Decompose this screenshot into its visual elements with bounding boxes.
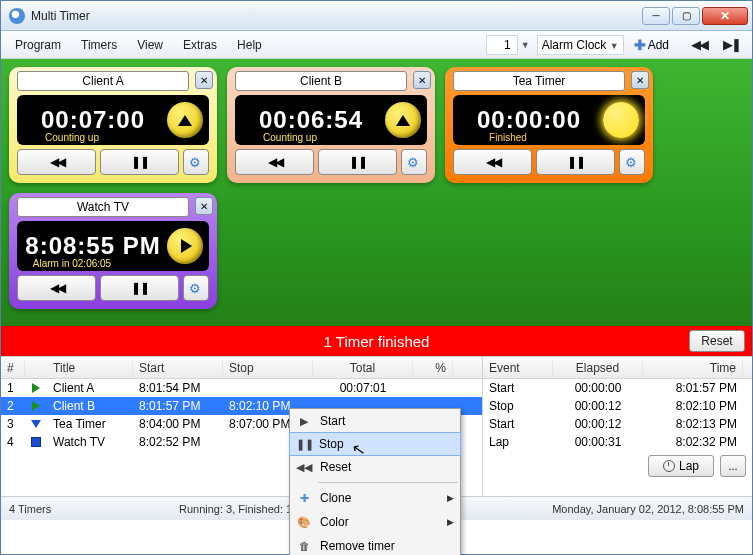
timer-rewind-button[interactable]: ◀◀: [235, 149, 314, 175]
play-icon: [31, 382, 41, 394]
timer-card: ✕ Client B 00:06:54 Counting up ◀◀ ❚❚ ⚙: [227, 67, 435, 183]
menu-item-label: Start: [320, 414, 345, 428]
events-footer: Lap ...: [483, 451, 752, 481]
table-row[interactable]: Stop 00:00:12 8:02:10 PM: [483, 397, 752, 415]
timer-title[interactable]: Client B: [235, 71, 407, 91]
finished-banner: 1 Timer finished Reset: [1, 326, 752, 356]
timer-main-button[interactable]: [603, 102, 639, 138]
menu-help[interactable]: Help: [227, 34, 272, 56]
down-icon: [31, 418, 41, 430]
timer-card: ✕ Tea Timer 00:00:00 Finished ◀◀ ❚❚ ⚙: [445, 67, 653, 183]
table-row[interactable]: Lap 00:00:31 8:02:32 PM: [483, 433, 752, 451]
timer-title[interactable]: Client A: [17, 71, 189, 91]
timer-rewind-button[interactable]: ◀◀: [17, 149, 96, 175]
menu-separator: [318, 482, 458, 483]
gear-icon: ⚙: [625, 155, 639, 169]
window-title: Multi Timer: [31, 9, 642, 23]
sound-select[interactable]: Alarm Clock ▼: [537, 35, 624, 55]
timer-subtext: Finished: [459, 132, 557, 143]
menu-item-icon: ◀◀: [296, 461, 312, 474]
col-index[interactable]: #: [1, 361, 25, 375]
events-table-header: Event Elapsed Time: [483, 357, 752, 379]
timer-settings-button[interactable]: ⚙: [401, 149, 427, 175]
gear-icon: ⚙: [189, 155, 203, 169]
menu-program[interactable]: Program: [5, 34, 71, 56]
reset-button[interactable]: Reset: [689, 330, 745, 352]
menu-item-label: Reset: [320, 460, 351, 474]
timer-subtext: Counting up: [23, 132, 121, 143]
timer-rewind-button[interactable]: ◀◀: [17, 275, 96, 301]
play-icon: [31, 400, 41, 412]
timer-pause-button[interactable]: ❚❚: [100, 275, 179, 301]
events-table: Event Elapsed Time Start 00:00:00 8:01:5…: [482, 357, 752, 496]
stop-icon: [31, 437, 41, 447]
timer-workspace: ✕ Client A 00:07:00 Counting up ◀◀ ❚❚ ⚙ …: [1, 59, 752, 326]
menu-item-icon: 🎨: [296, 516, 312, 529]
lap-button[interactable]: Lap: [648, 455, 714, 477]
timer-pause-button[interactable]: ❚❚: [100, 149, 179, 175]
timer-close-button[interactable]: ✕: [195, 71, 213, 89]
play-pause-button[interactable]: ▶❚: [715, 35, 748, 54]
timer-settings-button[interactable]: ⚙: [183, 149, 209, 175]
menu-item-icon: 🗑: [296, 540, 312, 552]
context-menu-item[interactable]: ▶ Start: [290, 409, 460, 433]
timer-subtext: Alarm in 02:06:05: [23, 258, 121, 269]
app-icon: [9, 8, 25, 24]
counter-dropdown-icon[interactable]: ▼: [518, 40, 533, 50]
timer-main-button[interactable]: [385, 102, 421, 138]
timer-pause-button[interactable]: ❚❚: [318, 149, 397, 175]
more-button[interactable]: ...: [720, 455, 746, 477]
timer-card: ✕ Client A 00:07:00 Counting up ◀◀ ❚❚ ⚙: [9, 67, 217, 183]
menu-item-icon: ❚❚: [296, 438, 312, 451]
table-row[interactable]: Start 00:00:00 8:01:57 PM: [483, 379, 752, 397]
context-menu-item[interactable]: 🎨 Color ▶: [290, 510, 460, 534]
timer-close-button[interactable]: ✕: [631, 71, 649, 89]
table-row[interactable]: 1 Client A 8:01:54 PM 00:07:01: [1, 379, 482, 397]
timer-digits: 00:00:00: [459, 106, 599, 134]
menu-item-icon: ✚: [296, 492, 312, 505]
timer-subtext: Counting up: [241, 132, 339, 143]
col-event[interactable]: Event: [483, 361, 553, 375]
timer-pause-button[interactable]: ❚❚: [536, 149, 615, 175]
context-menu-item[interactable]: ◀◀ Reset: [290, 455, 460, 479]
col-elapsed[interactable]: Elapsed: [553, 361, 643, 375]
close-button[interactable]: ✕: [702, 7, 748, 25]
timer-close-button[interactable]: ✕: [413, 71, 431, 89]
col-stop[interactable]: Stop: [223, 361, 313, 375]
menu-item-label: Color: [320, 515, 349, 529]
timer-main-button[interactable]: [167, 102, 203, 138]
context-menu-item[interactable]: 🗑 Remove timer: [290, 534, 460, 555]
timer-rewind-button[interactable]: ◀◀: [453, 149, 532, 175]
timer-settings-button[interactable]: ⚙: [183, 275, 209, 301]
timer-display: 8:08:55 PM Alarm in 02:06:05: [17, 221, 209, 271]
col-title[interactable]: Title: [47, 361, 133, 375]
timer-settings-button[interactable]: ⚙: [619, 149, 645, 175]
menu-item-label: Remove timer: [320, 539, 395, 553]
timer-close-button[interactable]: ✕: [195, 197, 213, 215]
col-time[interactable]: Time: [643, 361, 743, 375]
submenu-arrow-icon: ▶: [447, 517, 454, 527]
status-timer-count: 4 Timers: [9, 503, 179, 515]
titlebar: Multi Timer ─ ▢ ✕: [1, 1, 752, 31]
timer-title[interactable]: Tea Timer: [453, 71, 625, 91]
timer-title[interactable]: Watch TV: [17, 197, 189, 217]
menu-view[interactable]: View: [127, 34, 173, 56]
timer-digits: 00:06:54: [241, 106, 381, 134]
maximize-button[interactable]: ▢: [672, 7, 700, 25]
context-menu-item[interactable]: ✚ Clone ▶: [290, 486, 460, 510]
col-percent[interactable]: %: [413, 361, 453, 375]
menu-timers[interactable]: Timers: [71, 34, 127, 56]
rewind-button[interactable]: ◀◀: [683, 35, 715, 54]
counter-field[interactable]: 1: [486, 35, 518, 55]
menu-extras[interactable]: Extras: [173, 34, 227, 56]
col-start[interactable]: Start: [133, 361, 223, 375]
col-total[interactable]: Total: [313, 361, 413, 375]
minimize-button[interactable]: ─: [642, 7, 670, 25]
timers-table-header: # Title Start Stop Total %: [1, 357, 482, 379]
add-button[interactable]: Add: [648, 38, 669, 52]
timer-display: 00:00:00 Finished: [453, 95, 645, 145]
menu-item-label: Clone: [320, 491, 351, 505]
context-menu-item[interactable]: ❚❚ Stop: [289, 432, 461, 456]
timer-main-button[interactable]: [167, 228, 203, 264]
table-row[interactable]: Start 00:00:12 8:02:13 PM: [483, 415, 752, 433]
